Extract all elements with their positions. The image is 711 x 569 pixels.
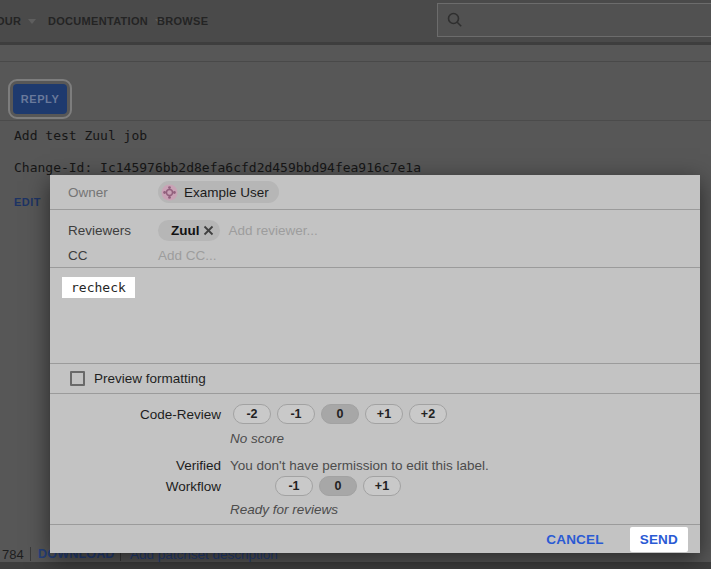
avatar	[161, 184, 178, 201]
workflow-note-row: Ready for reviews	[50, 500, 700, 518]
search-input[interactable]	[437, 3, 711, 37]
owner-name: Example User	[184, 185, 269, 200]
labels-section: Code-Review -2 -1 0 +1 +2 No score Verif…	[50, 394, 700, 524]
patchset-number: 784	[2, 547, 24, 562]
verified-permission-text: You don't have permission to edit this l…	[230, 458, 489, 473]
code-review-vote-plus1[interactable]: +1	[365, 404, 403, 424]
nav-item-label: BROWSE	[157, 15, 208, 27]
verified-row: Verified You don't have permission to ed…	[50, 456, 700, 474]
section-divider	[0, 120, 711, 121]
workflow-vote-plus1[interactable]: +1	[363, 476, 401, 496]
workflow-vote-0[interactable]: 0	[319, 476, 357, 496]
caret-down-icon	[28, 19, 36, 24]
reply-dialog: Owner Example User Reviewers Zuul	[50, 175, 700, 553]
reviewers-label: Reviewers	[68, 223, 158, 238]
cancel-button[interactable]: CANCEL	[540, 531, 609, 548]
preview-formatting-checkbox[interactable]	[70, 371, 85, 386]
nav-item-documentation[interactable]: DOCUMENTATION	[48, 15, 163, 27]
code-review-vote-plus2[interactable]: +2	[409, 404, 447, 424]
code-review-vote-minus1[interactable]: -1	[277, 404, 315, 424]
code-review-vote-minus2[interactable]: -2	[233, 404, 271, 424]
workflow-note: Ready for reviews	[230, 502, 338, 517]
top-nav-bar: OUR DOCUMENTATION BROWSE	[0, 0, 711, 45]
owner-chip[interactable]: Example User	[158, 181, 279, 203]
workflow-row: Workflow -1 0 +1	[50, 476, 700, 496]
nav-item-label: OUR	[0, 15, 21, 27]
cc-row: CC Add CC...	[50, 244, 700, 267]
commit-message-title: Add test Zuul job	[14, 128, 147, 143]
preview-formatting-label: Preview formatting	[94, 371, 206, 386]
people-section: Reviewers Zuul Add reviewer... CC Add CC…	[50, 210, 700, 267]
send-button[interactable]: SEND	[630, 527, 688, 552]
label-name: Workflow	[50, 479, 221, 494]
reviewer-chip-zuul[interactable]: Zuul	[158, 220, 220, 241]
nav-item-your[interactable]: OUR	[0, 15, 36, 27]
reviewer-name: Zuul	[171, 223, 200, 238]
reply-button[interactable]: REPLY	[13, 84, 67, 114]
commit-message-change-id: Change-Id: Ic145976bb2d8efa6cfd2d459bbd9…	[14, 160, 421, 175]
code-review-note-row: No score	[50, 429, 700, 447]
section-divider	[0, 61, 711, 62]
cc-label: CC	[68, 248, 158, 263]
preview-formatting-row: Preview formatting	[50, 364, 700, 393]
nav-item-label: DOCUMENTATION	[48, 15, 148, 27]
edit-link[interactable]: EDIT	[14, 196, 41, 208]
workflow-vote-minus1[interactable]: -1	[275, 476, 313, 496]
label-name: Verified	[50, 458, 221, 473]
search-icon	[446, 11, 464, 29]
separator	[30, 547, 31, 561]
code-review-note: No score	[230, 431, 284, 446]
code-review-vote-0[interactable]: 0	[321, 404, 359, 424]
nav-item-browse[interactable]: BROWSE	[157, 15, 208, 27]
reply-message-text: recheck	[62, 277, 135, 298]
reply-message-textarea[interactable]: recheck	[50, 268, 700, 363]
label-name: Code-Review	[50, 407, 221, 422]
add-cc-input[interactable]: Add CC...	[158, 248, 217, 263]
owner-row: Owner Example User	[50, 175, 700, 209]
remove-reviewer-icon[interactable]	[202, 224, 215, 237]
dialog-footer: CANCEL SEND	[50, 525, 700, 553]
reviewers-row: Reviewers Zuul Add reviewer...	[50, 216, 700, 244]
owner-label: Owner	[68, 185, 158, 200]
page-bottom-strip	[0, 562, 711, 569]
add-reviewer-input[interactable]: Add reviewer...	[229, 223, 318, 238]
code-review-row: Code-Review -2 -1 0 +1 +2	[50, 403, 700, 425]
